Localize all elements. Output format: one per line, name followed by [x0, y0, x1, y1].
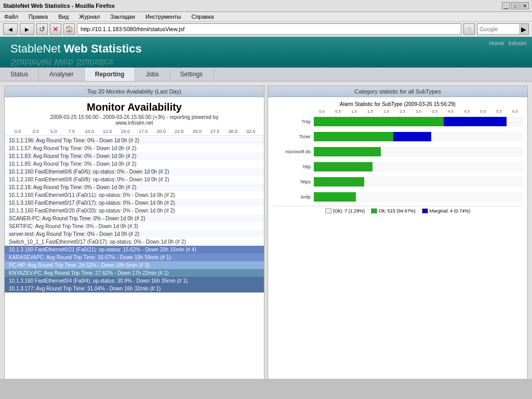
- x-axis-label: 3.5: [427, 109, 443, 114]
- monitor-item[interactable]: 10.1.3.160 FastEthernet0/20 (Fa0/20): op…: [5, 207, 264, 215]
- axis-12: 30.0: [224, 129, 242, 134]
- tab-reporting[interactable]: Reporting: [85, 68, 136, 81]
- bar-blue: [393, 132, 431, 141]
- bar-green: [314, 192, 356, 202]
- chart-row: http: [272, 160, 523, 174]
- monitor-item[interactable]: 10.1.2.16: Avg Round Trip Time: 0% - Dow…: [5, 183, 264, 191]
- axis-0: 0.0: [9, 129, 27, 134]
- tab-settings[interactable]: Settings: [170, 68, 214, 81]
- home-button[interactable]: 🏠: [63, 23, 75, 35]
- monitor-item[interactable]: Switch_10_1_1 FastEthernet0/17 (Fa0/17):…: [5, 238, 264, 246]
- axis-6: 15.0: [116, 129, 135, 134]
- menu-journal[interactable]: Журнал: [77, 13, 102, 20]
- menu-tools[interactable]: Инструменты: [143, 13, 183, 20]
- monitor-item[interactable]: 10.1.3.160 FastEthernet0/4 (Fa0/4): op-s…: [5, 277, 264, 285]
- search-area: ▶: [477, 23, 529, 35]
- url-input[interactable]: [77, 23, 461, 35]
- legend-color-box: [325, 208, 331, 214]
- bookmark-star-button[interactable]: ☆: [463, 23, 475, 35]
- monitor-item[interactable]: KNYAZEV-PC: Avg Round Trip Time: 27.62% …: [5, 269, 264, 277]
- tab-jobs[interactable]: Jobs: [135, 68, 169, 81]
- monitor-item[interactable]: SCANER-PC: Avg Round Trip Time: 0% - Dow…: [5, 215, 264, 222]
- chart-bars: [314, 177, 523, 187]
- tab-status[interactable]: Status: [0, 68, 39, 81]
- maximize-button[interactable]: □: [511, 2, 520, 9]
- x-axis-label: 6.0: [507, 109, 523, 114]
- legend-color-box: [422, 208, 428, 214]
- site-title-plain: StableNet: [10, 42, 64, 55]
- x-axis-label: 1.0: [346, 109, 362, 114]
- site-nav: Status Analyser Reporting Jobs Settings: [0, 68, 532, 82]
- monitor-item[interactable]: 10.1.3.177: Avg Round Trip Time: 31.04% …: [5, 285, 264, 292]
- home-link[interactable]: Home: [489, 40, 504, 46]
- menu-bookmarks[interactable]: Закладки: [108, 13, 137, 20]
- chart-row-label: http: [272, 164, 314, 169]
- x-axis-label: 0.5: [330, 109, 346, 114]
- axis-13: 32.5: [242, 129, 260, 134]
- x-axis-label: 2.5: [394, 109, 410, 114]
- chart-bars: [314, 147, 523, 157]
- chart-container: Alarm Statistic for SubType (2009-03-26 …: [268, 97, 527, 379]
- chart-title: Alarm Statistic for SubType (2009-03-26 …: [272, 101, 523, 107]
- axis-10: 25.0: [188, 129, 206, 134]
- bar-green: [314, 132, 393, 141]
- monitor-item[interactable]: 10.1.3.160 FastEthernet0/21 (Fa0/21): op…: [5, 246, 264, 254]
- browser-title: StableNet Web Statistics - Mozilla Firef…: [3, 3, 115, 9]
- menu-view[interactable]: Вид: [56, 13, 71, 20]
- monitor-item[interactable]: 10.1.3.160 FastEthernet0/11 (Fa0/11): op…: [5, 191, 264, 199]
- menu-help[interactable]: Справка: [189, 13, 216, 20]
- chart-legend: (Ok): 7 (1.29%)Ok: 515 (94.67%)Marginal:…: [272, 206, 523, 216]
- monitor-item[interactable]: 10.1.1.83: Avg Round Trip Time: 0% - Dow…: [5, 152, 264, 160]
- monitor-item[interactable]: PC-HP: Avg Round Trip Time: 24.52% - Dow…: [5, 261, 264, 269]
- bar-green: [314, 177, 364, 187]
- tab-analyser[interactable]: Analyser: [39, 68, 85, 81]
- left-panel: Top 20 Monitor Availability (Last Day) M…: [4, 86, 264, 379]
- stop-button[interactable]: ✕: [50, 23, 61, 35]
- monitor-item[interactable]: 10.1.2.160 FastEthernet0/8 (Fa0/8): op-s…: [5, 176, 264, 183]
- monitor-item[interactable]: KARASEVAPC: Avg Round Trip Time: 16.67% …: [5, 254, 264, 261]
- search-button[interactable]: ▶: [519, 24, 528, 34]
- monitor-subtitle: 2009-03-25 15:56:00 - 2009-03-26 15:56:0…: [5, 114, 264, 128]
- monitor-item[interactable]: server-test: Avg Round Trip Time: 0% - D…: [5, 230, 264, 238]
- window-controls: _ □ ✕: [502, 2, 529, 9]
- x-axis-label: 2.0: [378, 109, 394, 114]
- legend-item: Marginal: 4 (0.74%): [422, 208, 471, 214]
- bar-green: [314, 117, 444, 126]
- monitor-item[interactable]: 10.1.1.57: Avg Round Trip Time: 0% - Dow…: [5, 144, 264, 152]
- infosim-link[interactable]: Infosim: [509, 40, 527, 46]
- legend-item: Ok: 515 (94.67%): [371, 208, 416, 214]
- monitor-item[interactable]: SERTIFIC: Avg Round Trip Time: 0% - Down…: [5, 222, 264, 230]
- legend-item: (Ok): 7 (1.29%): [325, 208, 365, 214]
- chart-bars: [314, 116, 523, 127]
- chart-bars: [314, 162, 523, 172]
- monitor-item[interactable]: 10.1.1.85: Avg Round Trip Time: 0% - Dow…: [5, 160, 264, 168]
- bar-green: [314, 162, 373, 171]
- axis-5: 12.5: [99, 129, 117, 134]
- chart-row-label: microsoft-ds: [272, 149, 314, 154]
- menu-file[interactable]: Файл: [2, 13, 20, 20]
- minimize-button[interactable]: _: [502, 2, 510, 9]
- forward-button[interactable]: ▶: [20, 23, 34, 35]
- legend-color-box: [371, 208, 377, 214]
- monitor-item[interactable]: 10.1.2.160 FastEthernet0/6 (Fa0/6): op-s…: [5, 168, 264, 176]
- x-axis-label: 4.5: [459, 109, 475, 114]
- monitor-date-range: 2009-03-25 15:56:00 - 2009-03-26 15:56:0…: [50, 114, 219, 120]
- menu-edit[interactable]: Правка: [26, 13, 50, 20]
- close-button[interactable]: ✕: [521, 2, 529, 9]
- site-title: StableNet Web Statistics: [10, 42, 522, 58]
- monitor-item[interactable]: 10.1.3.160 FastEthernet0/17 (Fa0/17): op…: [5, 199, 264, 207]
- axis-7: 17.5: [135, 129, 153, 134]
- chart-bars: [314, 192, 523, 202]
- monitor-url: www.infosim.net: [115, 120, 153, 126]
- chart-row: Toner: [272, 130, 523, 143]
- chart-row-label: smtp: [272, 194, 314, 200]
- monitor-item[interactable]: 10.1.1.196: Avg Round Trip Time: 0% - Do…: [5, 137, 264, 144]
- back-button[interactable]: ◀: [3, 23, 18, 35]
- browser-titlebar: StableNet Web Statistics - Mozilla Firef…: [0, 0, 532, 12]
- x-axis-label: 3.0: [410, 109, 427, 114]
- search-input[interactable]: [477, 24, 519, 34]
- right-panel: Category statistic for all SubTypes Alar…: [268, 86, 528, 379]
- refresh-button[interactable]: ↺: [36, 23, 48, 35]
- chart-row: microsoft-ds: [272, 145, 523, 158]
- axis-11: 27.5: [206, 129, 224, 134]
